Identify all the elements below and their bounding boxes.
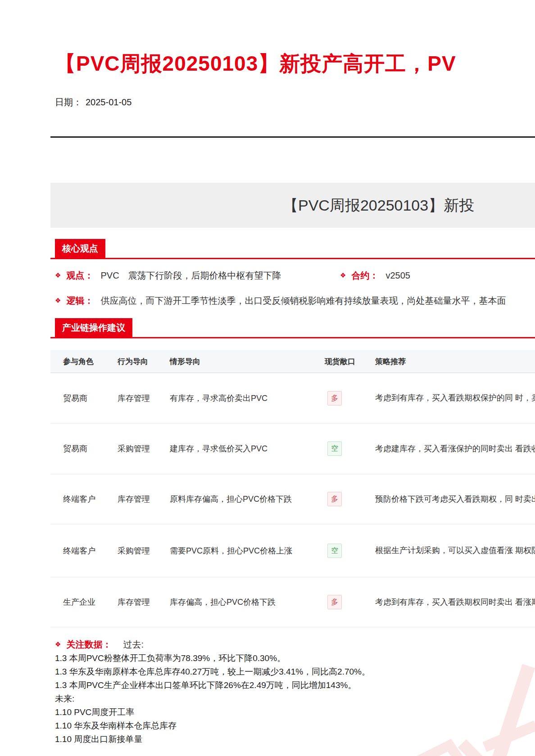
section-head-advice: 产业链操作建议 xyxy=(50,318,535,338)
future-data-item: 1.10 华东及华南样本仓库总库存 xyxy=(55,719,535,733)
logic-text: 供应高位，而下游开工季节性淡季，出口受反倾销税影响难有持续放量表现，尚处基础量水… xyxy=(100,296,506,306)
exposure-badge: 多 xyxy=(327,595,342,609)
diamond-bullet-icon: ❖ xyxy=(55,297,61,304)
column-header-situation: 情形导向 xyxy=(169,350,324,373)
situation-cell: 建库存，寻求低价买入PVC xyxy=(169,423,324,474)
exposure-badge: 空 xyxy=(327,441,342,456)
situation-cell: 有库存，寻求高价卖出PVC xyxy=(169,373,324,423)
table-row: 生产企业 库存管理 库存偏高，担心PVC价格下跌 多 考虑到有库存，买入看跌期权… xyxy=(50,577,535,627)
contract-value: v2505 xyxy=(385,270,410,280)
strategy-cell: 预防价格下跌可考虑买入看跌期权，同 时卖出看涨期权收取权利金 xyxy=(375,474,535,524)
behavior-cell: 库存管理 xyxy=(117,373,169,423)
exposure-cell: 多 xyxy=(324,474,375,524)
role-cell: 贸易商 xyxy=(50,423,117,474)
date-value: 2025-01-05 xyxy=(86,97,131,107)
future-data-item: 1.10 PVC周度开工率 xyxy=(55,706,535,719)
role-cell: 终端客户 xyxy=(50,474,117,524)
advice-section-badge: 产业链操作建议 xyxy=(55,318,132,337)
table-row: 终端客户 采购管理 需要PVC原料，担心PVC价格上涨 空 根据生产计划采购，可… xyxy=(50,524,535,577)
role-cell: 终端客户 xyxy=(50,524,117,577)
strategy-cell: 考虑到有库存，买入看跌期权保护的同 时，卖出看涨期权收取权利金 xyxy=(375,373,535,423)
data-focus-section: ❖关注数据：过去: 1.3 本周PVC粉整体开工负荷率为78.39%，环比下降0… xyxy=(55,637,535,746)
exposure-badge: 多 xyxy=(327,391,342,405)
past-data-item: 1.3 本周PVC生产企业样本出口签单环比下降26%在2.49万吨，同比增加14… xyxy=(55,679,535,692)
date-line: 日期：2025-01-05 xyxy=(55,96,535,108)
advice-table-body: 贸易商 库存管理 有库存，寻求高价卖出PVC 多 考虑到有库存，买入看跌期权保护… xyxy=(50,373,535,627)
report-page: 【PVC周报20250103】新投产高开工，PV 日期：2025-01-05 【… xyxy=(0,0,535,756)
diamond-bullet-icon: ❖ xyxy=(55,640,61,648)
table-row: 贸易商 采购管理 建库存，寻求低价买入PVC 空 考虑建库存，买入看涨保护的同时… xyxy=(50,423,535,474)
situation-cell: 库存偏高，担心PVC价格下跌 xyxy=(169,577,324,627)
report-banner: 【PVC周报20250103】新投 xyxy=(50,183,535,228)
exposure-cell: 多 xyxy=(324,577,375,627)
behavior-cell: 库存管理 xyxy=(117,474,169,524)
core-section-badge: 核心观点 xyxy=(55,239,105,258)
contract-group: ❖合约：v2505 xyxy=(340,269,410,282)
future-label: 未来: xyxy=(55,692,535,706)
viewpoint-row: ❖观点：PVC 震荡下行阶段，后期价格中枢有望下降 ❖合约：v2505 xyxy=(55,269,535,282)
past-data-item: 1.3 本周PVC粉整体开工负荷率为78.39%，环比下降0.30%。 xyxy=(55,652,535,665)
viewpoint-label: 观点： xyxy=(66,270,93,280)
behavior-cell: 采购管理 xyxy=(117,524,169,577)
column-header-role: 参与角色 xyxy=(50,350,117,373)
logic-label: 逻辑： xyxy=(66,296,93,306)
exposure-cell: 空 xyxy=(324,423,375,474)
strategy-cell: 考虑到有库存，买入看跌期权同时卖出 看涨期权 xyxy=(375,577,535,627)
advice-table: 参与角色 行为导向 情形导向 现货敞口 策略推荐 贸易商 库存管理 有库存，寻求… xyxy=(50,350,535,627)
strategy-cell: 考虑建库存，买入看涨保护的同时卖出 看跌收取权利金 xyxy=(375,423,535,474)
past-data-item: 1.3 华东及华南原样本仓库总库存40.27万吨，较上一期减少3.41%，同比高… xyxy=(55,665,535,679)
banner-title: 【PVC周报20250103】新投 xyxy=(50,183,535,228)
data-focus-label: 关注数据： xyxy=(66,639,111,649)
past-label: 过去: xyxy=(123,639,144,649)
role-cell: 生产企业 xyxy=(50,577,117,627)
behavior-cell: 采购管理 xyxy=(117,423,169,474)
date-label: 日期： xyxy=(55,97,82,107)
data-focus-head: ❖关注数据：过去: xyxy=(55,637,535,652)
future-data-item: 1.10 周度出口新接单量 xyxy=(55,733,535,746)
strategy-cell: 根据生产计划采购，可以买入虚值看涨 期权防止价格大涨，同时卖出看跌期权 收取权利… xyxy=(375,524,535,577)
exposure-badge: 多 xyxy=(327,492,342,506)
table-row: 贸易商 库存管理 有库存，寻求高价卖出PVC 多 考虑到有库存，买入看跌期权保护… xyxy=(50,373,535,423)
exposure-cell: 多 xyxy=(324,373,375,423)
diamond-bullet-icon: ❖ xyxy=(55,271,61,279)
column-header-strategy: 策略推荐 xyxy=(375,350,535,373)
diamond-bullet-icon: ❖ xyxy=(340,271,346,279)
logic-row: ❖逻辑：供应高位，而下游开工季节性淡季，出口受反倾销税影响难有持续放量表现，尚处… xyxy=(55,294,535,307)
viewpoint-text: PVC 震荡下行阶段，后期价格中枢有望下降 xyxy=(100,270,281,280)
column-header-exposure: 现货敞口 xyxy=(324,350,375,373)
divider-rule xyxy=(50,136,535,138)
section-head-core: 核心观点 xyxy=(50,239,535,259)
situation-cell: 需要PVC原料，担心PVC价格上涨 xyxy=(169,524,324,577)
exposure-cell: 空 xyxy=(324,524,375,577)
table-row: 终端客户 库存管理 原料库存偏高，担心PVC价格下跌 多 预防价格下跌可考虑买入… xyxy=(50,474,535,524)
contract-label: 合约： xyxy=(351,270,378,280)
page-title: 【PVC周报20250103】新投产高开工，PV xyxy=(55,50,535,76)
column-header-behavior: 行为导向 xyxy=(117,350,169,373)
role-cell: 贸易商 xyxy=(50,373,117,423)
behavior-cell: 库存管理 xyxy=(117,577,169,627)
exposure-badge: 空 xyxy=(327,544,342,558)
situation-cell: 原料库存偏高，担心PVC价格下跌 xyxy=(169,474,324,524)
advice-table-header: 参与角色 行为导向 情形导向 现货敞口 策略推荐 xyxy=(50,350,535,373)
